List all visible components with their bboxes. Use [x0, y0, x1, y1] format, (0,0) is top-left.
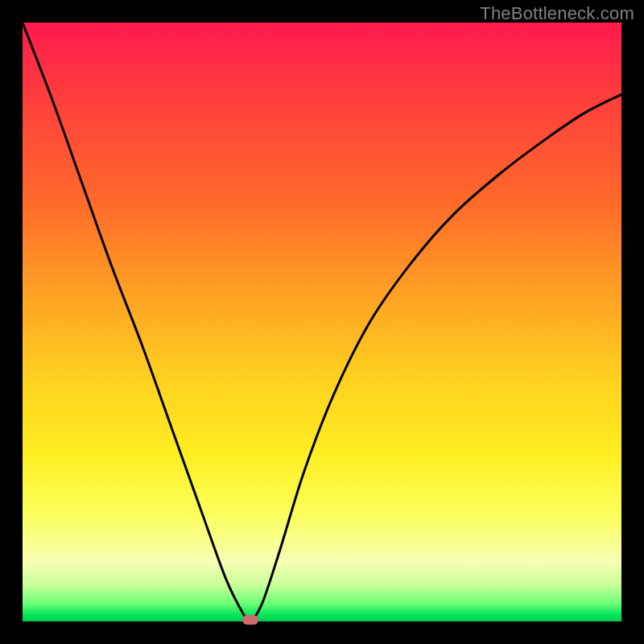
plot-area: [23, 23, 621, 621]
minimum-marker: [242, 615, 258, 625]
bottleneck-curve: [23, 23, 621, 621]
chart-frame: TheBottleneck.com: [0, 0, 644, 644]
watermark-text: TheBottleneck.com: [480, 3, 634, 24]
